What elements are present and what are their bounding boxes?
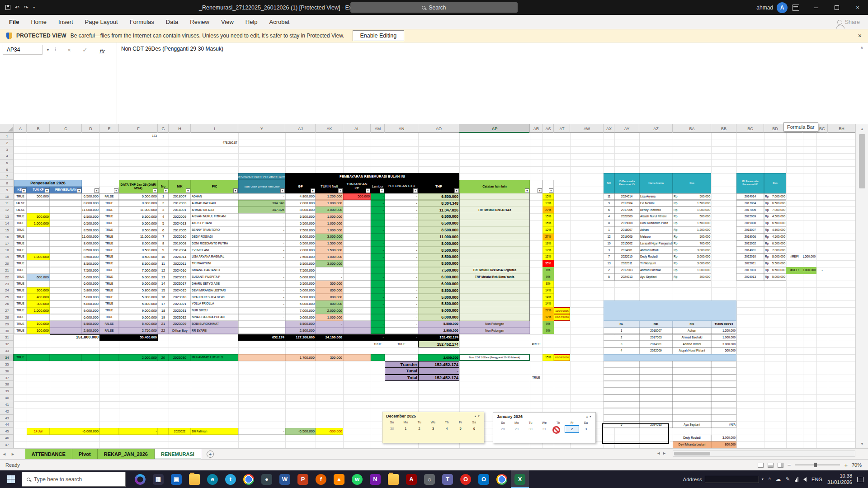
cell-H29[interactable]: 2023029 — [169, 321, 191, 328]
column-header-AT[interactable]: AT — [554, 124, 570, 133]
cell-AL17[interactable] — [343, 240, 371, 247]
cell-B26[interactable]: 300.000 — [27, 300, 50, 307]
cell-I19[interactable]: LISA ARYANA RAGIMAL — [191, 253, 238, 260]
ribbon-tab-insert[interactable]: Insert — [52, 15, 79, 29]
cell-G17[interactable]: 8 — [158, 240, 169, 247]
cell-B28[interactable] — [27, 314, 50, 321]
row-header-15[interactable]: 15 — [0, 227, 14, 234]
cell-E22[interactable]: TRUE — [99, 274, 119, 281]
calendar-spin-icons[interactable]: ▲ ▼ — [474, 415, 480, 418]
cell-E9[interactable] — [99, 187, 119, 193]
cell-BA43[interactable] — [673, 415, 711, 422]
camera-icon[interactable]: ● — [258, 470, 276, 488]
cell-Y10[interactable]: - — [238, 193, 285, 200]
cell-I25[interactable]: DYAH NUR SHIFA DEWI — [191, 294, 238, 300]
cell-AO34[interactable]: 2.000.000 — [418, 354, 459, 361]
cell-AS16[interactable]: 27% — [542, 234, 554, 240]
cell-I24[interactable]: DEVI MIRANDA LESTARI — [191, 287, 238, 294]
cell-A18[interactable]: TRUE — [14, 247, 27, 253]
cell-G13[interactable]: 4 — [158, 213, 169, 220]
cell-AN13[interactable]: - — [385, 213, 418, 220]
row-header-25[interactable]: 25 — [0, 294, 14, 300]
cell-AO19[interactable]: 8.500.000 — [418, 253, 459, 260]
cell-BC20[interactable]: 2022011 — [736, 260, 764, 267]
ribbon-display-options-icon[interactable] — [792, 5, 799, 11]
cell-BD16[interactable]: Rp4.500.000 — [764, 234, 786, 240]
cell-D11[interactable]: 8.000.000 — [82, 200, 99, 207]
cell-AJ15[interactable]: 7.500.000 — [285, 227, 316, 234]
cell-AP27[interactable] — [459, 307, 530, 314]
cell-G15[interactable]: 6 — [158, 227, 169, 234]
cell-G8[interactable]: No — [158, 180, 169, 193]
cell-AS14[interactable]: 15% — [542, 220, 554, 227]
cell-D27[interactable]: 9.000.000 — [82, 307, 99, 314]
cell-AM21[interactable]: - — [371, 267, 385, 274]
calendar-date[interactable]: 28 — [496, 426, 510, 432]
cell-AN21[interactable]: - — [385, 267, 418, 274]
cell-AX33[interactable]: 4 — [604, 347, 639, 354]
calendar-december-2025[interactable]: December 2025▲ ▼SuMoTuWeThFrSa30123456 — [382, 412, 484, 443]
row-header-35[interactable]: 35 — [0, 361, 14, 368]
cell-AZ18[interactable]: Ahmad Rifaldi — [639, 247, 673, 253]
cell-F13[interactable]: 6.500.000 — [119, 213, 158, 220]
cell-D24[interactable]: 5.800.000 — [82, 287, 99, 294]
row-header-28[interactable]: 28 — [0, 314, 14, 321]
cell-AN35[interactable]: Transfer — [385, 361, 418, 368]
cell-BC16[interactable]: 2019006 — [736, 234, 764, 240]
cell-BE19[interactable]: #REF! — [786, 253, 803, 260]
hscroll-nav-icons[interactable]: ◄► — [656, 451, 668, 455]
cell-B45[interactable]: 14 Jul — [27, 428, 50, 435]
cell-BA19[interactable]: Rp3.000.000 — [673, 253, 711, 260]
cell-AO25[interactable]: 5.800.000 — [418, 294, 459, 300]
cell-BD15[interactable]: Rp4.500.000 — [764, 227, 786, 234]
cell-F15[interactable]: 8.500.000 — [119, 227, 158, 234]
cell-C9[interactable]: PENYESUAIAN — [50, 187, 82, 193]
cell-BA10[interactable]: Rp500.000 — [673, 193, 711, 200]
row-header-34[interactable]: 34 — [0, 354, 14, 361]
cell-E16[interactable]: TRUE — [99, 234, 119, 240]
cell-AO20[interactable]: 8.500.000 — [418, 260, 459, 267]
row-header-24[interactable]: 24 — [0, 287, 14, 294]
cell-I11[interactable]: AHMAD BAEHAKI — [191, 200, 238, 207]
cell-AP10[interactable] — [459, 193, 530, 200]
cell-E13[interactable]: TRUE — [99, 213, 119, 220]
cell-Y13[interactable]: - — [238, 213, 285, 220]
cell-BB36[interactable] — [711, 368, 736, 375]
cell-Y21[interactable]: - — [238, 267, 285, 274]
cell-AS17[interactable]: 19% — [542, 240, 554, 247]
powerpoint-icon[interactable]: P — [294, 470, 312, 488]
cell-AS10[interactable]: 15% — [542, 193, 554, 200]
column-header-H[interactable]: H — [169, 124, 191, 133]
cell-AJ16[interactable]: 8.000.000 — [285, 234, 316, 240]
cell-I10[interactable]: ADHAN — [191, 193, 238, 200]
row-header-33[interactable]: 33 — [0, 347, 14, 354]
cell-B34[interactable] — [27, 354, 50, 361]
cell-B25[interactable]: 400.000 — [27, 294, 50, 300]
cell-AN30[interactable]: - — [385, 328, 418, 334]
cell-Y34[interactable] — [238, 354, 285, 361]
cell-AJ28[interactable]: 5.000.000 — [285, 314, 316, 321]
cell-AL30[interactable] — [343, 328, 371, 334]
cell-D21[interactable]: 7.500.000 — [82, 267, 99, 274]
cell-AZ10[interactable]: Lisa Aryana — [639, 193, 673, 200]
cell-AM20[interactable]: - — [371, 260, 385, 267]
cell-AN26[interactable]: - — [385, 300, 418, 307]
cell-BC13[interactable]: 2022009 — [736, 213, 764, 220]
cell-AX15[interactable]: 1 — [604, 227, 614, 234]
page-layout-view-icon[interactable] — [768, 463, 774, 468]
new-sheet-button[interactable]: + — [207, 450, 214, 458]
cell-H12[interactable]: 2014001 — [169, 206, 191, 213]
cell-AS19[interactable]: 12% — [542, 253, 554, 260]
cell-AL16[interactable] — [343, 234, 371, 240]
cell-BD20[interactable]: Rp5.500.000 — [764, 260, 786, 267]
cell-AY11[interactable]: 2017004 — [614, 200, 639, 207]
cell-A28[interactable]: TRUE — [14, 314, 27, 321]
cell-AP15[interactable] — [459, 227, 530, 234]
cell-AN32[interactable]: TRUE — [385, 341, 418, 347]
cell-C18[interactable] — [50, 247, 82, 253]
cell-AM8[interactable]: Lembur — [371, 180, 385, 193]
cell-Y28[interactable]: - — [238, 314, 285, 321]
cell-AL22[interactable] — [343, 274, 371, 281]
cell-AM34[interactable]: - — [371, 354, 385, 361]
cell-I17[interactable]: DONI ROSDIANTO PUTRA — [191, 240, 238, 247]
